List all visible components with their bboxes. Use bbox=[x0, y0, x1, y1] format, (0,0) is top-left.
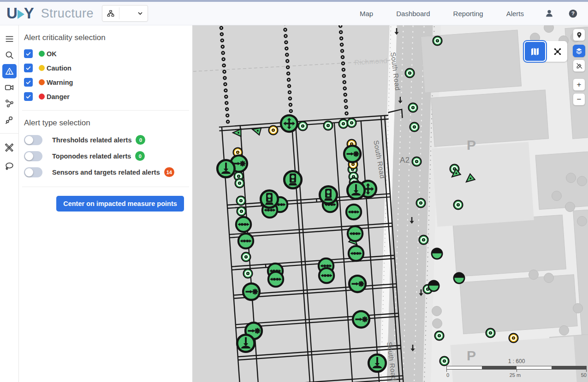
caution-checkbox[interactable] bbox=[24, 64, 33, 72]
warning-triangle-icon bbox=[2, 64, 17, 78]
map-marker-level[interactable] bbox=[428, 280, 440, 292]
warning-checkbox[interactable] bbox=[24, 78, 33, 87]
map-marker-target[interactable] bbox=[434, 330, 445, 341]
svg-text:?: ? bbox=[571, 11, 575, 16]
danger-checkbox[interactable] bbox=[24, 92, 33, 101]
map-marker-crack[interactable] bbox=[318, 267, 335, 284]
toponodes-count-badge: 0 bbox=[135, 151, 145, 161]
map-marker-station[interactable] bbox=[259, 189, 279, 209]
map-marker-target[interactable] bbox=[432, 35, 443, 46]
map-marker-level[interactable] bbox=[453, 272, 465, 284]
nav-dashboard[interactable]: Dashboard bbox=[396, 10, 430, 18]
help-icon[interactable]: ? bbox=[568, 9, 578, 18]
nav-alerts[interactable]: Alerts bbox=[506, 10, 524, 18]
warning-status-dot bbox=[39, 79, 45, 85]
zoom-out-button[interactable]: − bbox=[573, 93, 585, 106]
map-marker-laser[interactable] bbox=[348, 274, 367, 294]
map-marker-target[interactable] bbox=[323, 120, 333, 131]
map-marker-settle[interactable] bbox=[216, 159, 236, 179]
sensors-icon[interactable] bbox=[0, 112, 19, 128]
logo-letter-y: Y bbox=[24, 5, 34, 22]
criticality-row-warning: Warning bbox=[24, 75, 192, 89]
scale-ticks bbox=[446, 370, 587, 372]
map-controls: + − bbox=[573, 29, 585, 106]
map-marker-target[interactable] bbox=[236, 206, 247, 217]
map-marker-crack[interactable] bbox=[345, 203, 362, 221]
map-marker-target[interactable] bbox=[241, 252, 251, 262]
drone-icon bbox=[552, 47, 563, 57]
map-marker-crack[interactable] bbox=[346, 225, 364, 242]
map-marker-target[interactable] bbox=[411, 156, 422, 167]
locate-button[interactable] bbox=[573, 29, 585, 41]
map-marker-target[interactable] bbox=[404, 68, 415, 78]
tools-icon[interactable] bbox=[0, 139, 19, 155]
map-marker-station[interactable] bbox=[318, 185, 339, 205]
danger-status-dot bbox=[39, 94, 45, 100]
alerts-tool-active[interactable] bbox=[0, 63, 19, 79]
toponodes-toggle[interactable] bbox=[24, 151, 42, 161]
criticality-row-ok: OK bbox=[24, 47, 192, 61]
map-marker-crack[interactable] bbox=[347, 245, 365, 262]
map-marker-level[interactable] bbox=[431, 247, 443, 260]
top-header: U Y Structure Map Dashboard Reporting Al… bbox=[0, 0, 588, 25]
layers-button[interactable] bbox=[573, 45, 585, 57]
tree bbox=[565, 202, 575, 212]
map-marker-prism[interactable] bbox=[232, 127, 243, 138]
toponodes-label: Toponodes related alerts bbox=[52, 153, 131, 160]
map-marker-target[interactable] bbox=[418, 235, 429, 245]
chevron-down-icon bbox=[137, 10, 148, 17]
map-marker-crack[interactable] bbox=[237, 232, 255, 250]
sensors-toggle[interactable] bbox=[24, 167, 42, 177]
map-marker-station[interactable] bbox=[283, 170, 303, 190]
thresholds-label: Thresholds related alerts bbox=[52, 136, 131, 144]
map-marker-laser[interactable] bbox=[343, 144, 362, 164]
map-canvas[interactable]: South RoadSouth RoadSouth RoadA2Richmond… bbox=[192, 25, 588, 382]
map-marker-target[interactable] bbox=[409, 122, 420, 132]
map-view-button[interactable] bbox=[524, 41, 546, 62]
map-marker-target[interactable] bbox=[236, 195, 246, 206]
tree bbox=[566, 173, 576, 183]
map-scalebar: 1 : 600 0 25 m 50 bbox=[446, 358, 587, 378]
map-marker-target[interactable] bbox=[234, 178, 245, 188]
zoom-in-button[interactable]: + bbox=[573, 78, 585, 91]
map-marker-target[interactable] bbox=[485, 328, 496, 338]
user-icon[interactable] bbox=[544, 8, 554, 18]
nodes-icon[interactable] bbox=[0, 95, 19, 112]
scene-view-button[interactable] bbox=[545, 41, 567, 62]
map-icon bbox=[529, 46, 540, 57]
map-marker-settle[interactable] bbox=[346, 180, 366, 200]
search-icon[interactable] bbox=[0, 47, 19, 63]
annotations-off-button[interactable] bbox=[573, 59, 585, 72]
center-on-impacted-button[interactable]: Center on impacted measure points bbox=[56, 196, 184, 212]
map-marker-crack[interactable] bbox=[267, 270, 285, 288]
nav-reporting[interactable]: Reporting bbox=[453, 10, 483, 18]
app-logo[interactable]: U Y bbox=[6, 5, 34, 22]
criticality-title: Alert criticality selection bbox=[24, 33, 192, 42]
map-marker-target[interactable] bbox=[416, 198, 426, 208]
tree bbox=[573, 303, 583, 313]
map-marker-settle[interactable] bbox=[367, 353, 387, 373]
map-marker-crack[interactable] bbox=[235, 216, 252, 233]
camera-icon[interactable] bbox=[0, 79, 19, 95]
scale-labels: 0 25 m 50 bbox=[446, 372, 587, 378]
map-marker-laser[interactable] bbox=[242, 282, 261, 301]
map-marker-target[interactable] bbox=[243, 268, 253, 279]
sensors-count-badge: 14 bbox=[164, 167, 174, 177]
lasso-icon[interactable] bbox=[0, 158, 19, 174]
map-marker-move[interactable] bbox=[279, 114, 299, 133]
ok-checkbox[interactable] bbox=[24, 49, 33, 58]
thresholds-toggle[interactable] bbox=[24, 135, 42, 145]
left-toolbar bbox=[0, 25, 19, 382]
map-marker-ytarget[interactable] bbox=[508, 333, 519, 343]
project-selector[interactable] bbox=[102, 5, 148, 22]
map-marker-settle[interactable] bbox=[236, 333, 256, 353]
menu-icon[interactable] bbox=[0, 31, 19, 47]
map-marker-ytarget[interactable] bbox=[268, 125, 279, 135]
nav-map[interactable]: Map bbox=[360, 10, 373, 18]
toggle-knob bbox=[25, 168, 33, 176]
map-marker-target[interactable] bbox=[408, 102, 418, 113]
map-marker-target[interactable] bbox=[346, 118, 357, 128]
map-marker-laser[interactable] bbox=[351, 310, 371, 329]
tree bbox=[577, 216, 587, 226]
map-marker-target[interactable] bbox=[453, 200, 463, 210]
